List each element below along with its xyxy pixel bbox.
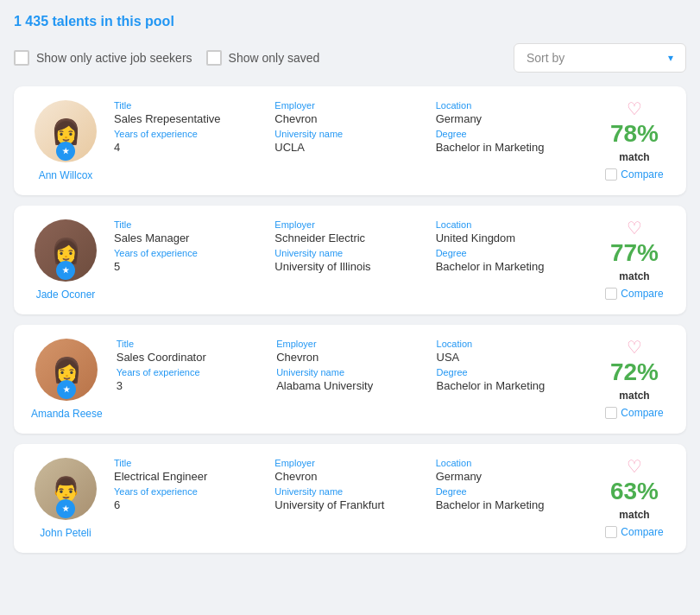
heart-icon[interactable]: ♡ <box>627 458 642 475</box>
university-group: University name University of Illinois <box>274 248 425 273</box>
talent-name[interactable]: Ann Willcox <box>39 169 93 181</box>
title-label: Title <box>114 458 264 468</box>
degree-value: Bachelor in Marketing <box>436 260 586 273</box>
years-label: Years of experience <box>114 248 264 258</box>
title-label: Title <box>114 219 264 230</box>
compare-label[interactable]: Compare <box>621 168 663 181</box>
degree-label: Degree <box>436 248 586 258</box>
match-label: match <box>619 509 649 521</box>
compare-checkbox[interactable] <box>605 407 617 419</box>
heart-icon[interactable]: ♡ <box>627 219 642 237</box>
employer-value: Schneider Electric <box>274 231 425 244</box>
match-section: ♡ 72% match Compare <box>600 339 669 419</box>
years-group: Years of experience 4 <box>114 129 264 154</box>
talent-info: Title Sales Rrepesentative Employer Chev… <box>114 100 586 154</box>
university-value: Alabama University <box>276 379 426 392</box>
title-value: Sales Coordinator <box>117 351 266 364</box>
talent-avatar-section: 👨 ★ John Peteli <box>31 458 100 539</box>
talent-count-highlight: 1 435 <box>14 14 48 29</box>
university-label: University name <box>276 367 426 377</box>
talent-avatar-section: 👩 ★ Jade Oconer <box>31 219 100 301</box>
match-percent: 77% <box>610 240 659 267</box>
years-label: Years of experience <box>114 129 264 139</box>
employer-group: Employer Schneider Electric <box>274 219 425 244</box>
heart-icon[interactable]: ♡ <box>627 100 642 117</box>
talent-avatar-section: 👩 ★ Ann Willcox <box>31 100 100 181</box>
saved-only-filter[interactable]: Show only saved <box>206 50 320 66</box>
heart-icon[interactable]: ♡ <box>627 339 642 356</box>
compare-label[interactable]: Compare <box>621 526 663 538</box>
active-seekers-checkbox[interactable] <box>14 50 29 66</box>
location-group: Location Germany <box>436 458 586 483</box>
saved-only-label: Show only saved <box>229 51 320 65</box>
title-group: Title Electrical Engineer <box>114 458 264 483</box>
title-value: Sales Rrepesentative <box>114 112 264 125</box>
match-section: ♡ 63% match Compare <box>600 458 669 538</box>
match-percent: 63% <box>610 479 659 505</box>
page-title: 1 435 talents in this pool <box>14 14 686 29</box>
location-value: Germany <box>436 112 586 125</box>
badge-text: ★ <box>62 504 69 513</box>
avatar-badge: ★ <box>56 142 75 161</box>
degree-group: Degree Bachelor in Marketing <box>436 486 586 511</box>
years-group: Years of experience 6 <box>114 486 264 511</box>
talent-name[interactable]: John Peteli <box>40 527 91 539</box>
degree-label: Degree <box>436 486 586 497</box>
talent-info: Title Electrical Engineer Employer Chevr… <box>114 458 586 511</box>
compare-row: Compare <box>605 288 663 300</box>
active-seekers-filter[interactable]: Show only active job seekers <box>14 50 192 66</box>
sort-label: Sort by <box>527 51 661 65</box>
match-section: ♡ 78% match Compare <box>600 100 669 181</box>
title-value: Sales Manager <box>114 231 264 244</box>
years-value: 5 <box>114 260 264 273</box>
match-label: match <box>619 151 649 163</box>
title-group: Title Sales Manager <box>114 219 264 244</box>
match-label: match <box>619 390 649 402</box>
degree-group: Degree Bachelor in Marketing <box>436 129 586 154</box>
compare-label[interactable]: Compare <box>621 407 663 419</box>
title-group: Title Sales Coordinator <box>117 339 266 364</box>
university-group: University name University of Frankfurt <box>274 486 425 511</box>
avatar-badge: ★ <box>57 380 76 399</box>
compare-checkbox[interactable] <box>605 168 617 181</box>
talent-count-label: talents in this pool <box>53 14 174 29</box>
sort-dropdown[interactable]: Sort by ▾ <box>514 43 686 73</box>
location-label: Location <box>437 339 586 349</box>
degree-value: Bachelor in Marketing <box>436 141 586 154</box>
employer-label: Employer <box>274 100 425 111</box>
compare-label[interactable]: Compare <box>621 288 663 300</box>
active-seekers-label: Show only active job seekers <box>36 51 192 65</box>
degree-group: Degree Bachelor in Marketing <box>437 367 586 392</box>
talent-info: Title Sales Coordinator Employer Chevron… <box>117 339 586 392</box>
match-percent: 72% <box>610 359 659 386</box>
employer-group: Employer Chevron <box>274 100 425 125</box>
title-label: Title <box>114 100 264 111</box>
location-value: USA <box>437 351 586 364</box>
avatar: 👨 ★ <box>35 458 97 520</box>
avatar: 👩 ★ <box>35 219 97 282</box>
years-label: Years of experience <box>114 486 264 497</box>
talent-avatar-section: 👩 ★ Amanda Reese <box>31 339 103 420</box>
badge-text: ★ <box>62 147 69 155</box>
university-label: University name <box>274 486 425 497</box>
degree-group: Degree Bachelor in Marketing <box>436 248 586 273</box>
years-value: 3 <box>117 379 266 392</box>
location-value: United Kingdom <box>436 231 586 244</box>
compare-row: Compare <box>605 168 663 181</box>
compare-checkbox[interactable] <box>605 288 617 300</box>
talent-name[interactable]: Jade Oconer <box>36 288 96 301</box>
years-group: Years of experience 3 <box>117 367 266 392</box>
talent-card-ann-willcox: 👩 ★ Ann Willcox Title Sales Rrepesentati… <box>14 86 686 195</box>
match-label: match <box>619 270 649 282</box>
employer-value: Chevron <box>274 470 425 483</box>
employer-group: Employer Chevron <box>276 339 426 364</box>
university-group: University name UCLA <box>274 129 425 154</box>
title-value: Electrical Engineer <box>114 470 264 483</box>
employer-label: Employer <box>274 219 425 230</box>
badge-text: ★ <box>62 266 69 275</box>
university-value: University of Illinois <box>274 260 425 273</box>
compare-checkbox[interactable] <box>605 526 617 538</box>
talent-name[interactable]: Amanda Reese <box>31 408 103 420</box>
talent-info: Title Sales Manager Employer Schneider E… <box>114 219 586 273</box>
saved-only-checkbox[interactable] <box>206 50 222 66</box>
